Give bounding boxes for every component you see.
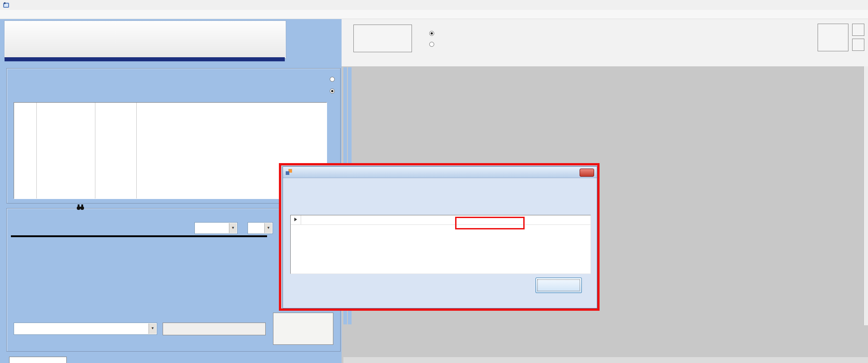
month-select[interactable]: ▼ [194, 222, 238, 234]
chevron-down-icon[interactable]: ▼ [264, 223, 272, 233]
minimize-icon[interactable] [820, 0, 835, 10]
filter-active-radio[interactable] [330, 89, 335, 94]
schedule-header-area [342, 19, 868, 66]
day-radio[interactable] [429, 31, 434, 36]
year-select[interactable]: ▼ [248, 222, 273, 234]
patient-tab[interactable] [9, 357, 67, 363]
window-title [12, 2, 18, 8]
print-button[interactable] [818, 24, 848, 51]
back-button[interactable] [353, 25, 412, 52]
calendar [11, 235, 267, 237]
binoculars-icon[interactable] [76, 204, 84, 210]
book-appointment-button[interactable] [163, 323, 266, 335]
schedule-vertical-scrollbar[interactable] [863, 66, 868, 325]
annotation-encounter-date [455, 217, 525, 229]
menu-bar [0, 10, 868, 19]
toolbar-divider [5, 57, 285, 61]
zoom-in-button[interactable] [852, 24, 864, 36]
chevron-down-icon[interactable]: ▼ [229, 223, 237, 233]
application-window: ▼ ▼ ▼ [0, 0, 868, 363]
main-toolbar [5, 21, 286, 58]
chevron-down-icon[interactable]: ▼ [149, 323, 156, 334]
filter-all-radio[interactable] [330, 77, 335, 82]
annotation-rectangle [279, 163, 600, 311]
close-icon[interactable] [851, 0, 866, 10]
zoom-out-button[interactable] [852, 39, 864, 51]
maximize-icon[interactable] [835, 0, 851, 10]
provider-select[interactable]: ▼ [14, 323, 157, 335]
check-in-out-button[interactable] [273, 313, 333, 345]
schedule-horizontal-scrollbar[interactable] [343, 357, 868, 363]
title-bar [0, 0, 868, 10]
app-icon [3, 1, 10, 9]
week-radio[interactable] [429, 42, 434, 47]
